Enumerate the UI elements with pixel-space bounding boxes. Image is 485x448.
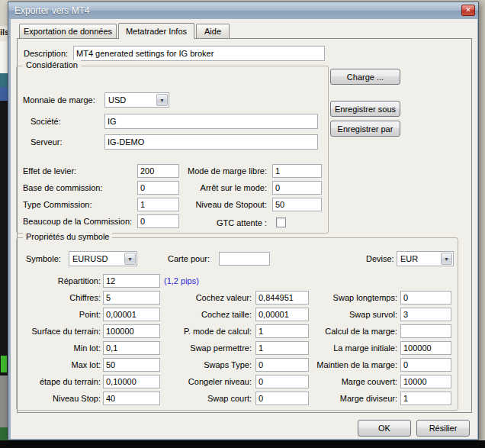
devise-label: Devise: [366,252,394,266]
consideration-title: Considération [23,60,81,69]
window-title: Exporter vers MT4 [14,5,90,16]
taskbar [0,440,485,448]
ok-button[interactable]: OK [358,420,411,437]
titlebar[interactable]: Exporter vers MT4 ✕ [8,2,478,19]
resilier-button[interactable]: Résilier [416,420,470,437]
contract-size-input[interactable] [103,324,160,338]
margin-currency-value: USD [108,94,126,106]
carte-pour-input[interactable] [219,252,270,266]
background-block [0,0,8,26]
margin-calc-label: Calcul de la marge: [300,324,397,338]
digits-input[interactable] [103,291,160,305]
background-block [0,101,8,375]
freeze-level-label: Congeler niveau: [158,375,252,388]
company-input[interactable] [104,114,318,129]
commission-type-label: Type Commission: [23,198,92,211]
gtc-checkbox[interactable] [276,218,286,227]
lot-step-input[interactable] [103,375,160,388]
consideration-groupbox: Considération Monnaie de marge: USD ▼ So… [16,66,329,234]
commission-lots-label: Beaucoup de la Commission: [23,214,132,228]
point-label: Point: [17,308,101,321]
tab-exportation-de-donnees[interactable]: Exportation de données [19,24,117,38]
enregistrer-sous-button[interactable]: Enregistrer sous [330,101,400,117]
screen: ils Exporter vers MT4 ✕ Exportation de d… [0,0,485,448]
initial-margin-input[interactable] [400,341,451,355]
swap-rollover-label: Swap survol: [300,308,397,321]
stop-mode-input[interactable] [272,181,322,195]
currency-value: EUR [400,253,418,265]
margin-calc-input[interactable] [400,324,451,338]
swap-type-label: Swaps Type: [158,358,252,372]
stopout-level-label: Niveau de Stopout: [154,198,267,211]
stop-level-label: Niveau Stop: [17,392,101,405]
margin-currency-label: Monnaie de marge: [23,93,95,107]
description-input[interactable] [73,46,325,61]
chevron-down-icon[interactable]: ▼ [441,253,452,265]
background-block [0,87,8,101]
hedged-margin-label: Marge couvert: [300,375,397,388]
company-label: Société: [31,114,61,128]
swap-long-label: Swap longtemps: [300,291,397,305]
point-input[interactable] [103,308,160,321]
maintenance-margin-input[interactable] [400,358,451,372]
min-lot-input[interactable] [103,341,160,355]
charge-button[interactable]: Charge ... [330,69,400,85]
margin-currency-select[interactable]: USD ▼ [104,92,169,108]
background-app-edge: ils [0,0,8,440]
background-block [0,41,8,73]
free-margin-mode-label: Mode de marge libre: [154,164,267,178]
dialog-client-area: Exportation de données Metatrader Infos … [11,19,477,439]
background-block [0,375,8,427]
symbol-properties-groupbox: Propriétés du symbole Symbole: EURUSD ▼ … [16,237,458,411]
stop-level-input[interactable] [103,392,160,405]
symbol-value: EURUSD [72,253,108,265]
digits-label: Chiffres: [17,291,101,305]
tick-value-label: Cochez valeur: [158,291,252,305]
contract-size-label: Surface du terrain: [17,324,101,338]
swap-rollover-input[interactable] [400,308,451,321]
tab-aide[interactable]: Aide [196,24,230,38]
profit-calc-mode-label: P. mode de calcul: [158,324,252,338]
chevron-down-icon[interactable]: ▼ [124,253,136,265]
commission-base-label: Base de commission: [23,181,103,195]
leverage-label: Effet de levier: [23,164,76,178]
description-label: Description: [24,47,68,60]
enregistrer-par-button[interactable]: Enregistrer par [330,121,400,137]
max-lot-label: Max lot: [17,358,101,372]
initial-margin-label: La marge initiale: [300,341,397,355]
symbol-select[interactable]: EURUSD ▼ [69,251,137,266]
margin-divider-label: Marge diviseur: [300,392,397,405]
symbol-properties-title: Propriétés du symbole [23,232,112,241]
server-label: Serveur: [31,135,63,149]
server-input[interactable] [104,134,318,150]
swap-enable-label: Swap permettre: [158,341,252,355]
min-lot-label: Min lot: [17,341,101,355]
carte-pour-label: Carte pour: [168,252,210,266]
background-green-icon [1,356,7,372]
currency-select[interactable]: EUR ▼ [397,251,454,266]
chevron-down-icon[interactable]: ▼ [156,94,168,106]
background-block [0,73,8,87]
close-button[interactable]: ✕ [461,5,475,16]
dialog-exporter-vers-mt4: Exporter vers MT4 ✕ Exportation de donné… [8,2,479,440]
background-block [0,427,8,440]
gtc-label: GTC attente : [154,216,267,230]
free-margin-mode-input[interactable] [272,164,322,178]
max-lot-input[interactable] [103,358,160,372]
spread-input[interactable] [103,274,160,288]
margin-divider-input[interactable] [400,392,451,405]
swap-long-input[interactable] [400,291,451,305]
tab-metatrader-infos[interactable]: Metatrader Infos [118,23,194,39]
symbol-label: Symbole: [26,252,61,266]
lot-step-label: étape du terrain: [17,375,101,388]
spread-label: Répartition: [17,274,101,288]
maintenance-margin-label: Maintien de la marge: [300,358,397,372]
tick-size-label: Cochez taille: [158,308,252,321]
pips-note: (1,2 pips) [164,274,199,288]
stopout-level-input[interactable] [272,198,322,211]
stop-mode-label: Arrêt sur le mode: [154,181,267,195]
swap-short-label: Swap court: [158,392,252,405]
hedged-margin-input[interactable] [400,375,451,388]
